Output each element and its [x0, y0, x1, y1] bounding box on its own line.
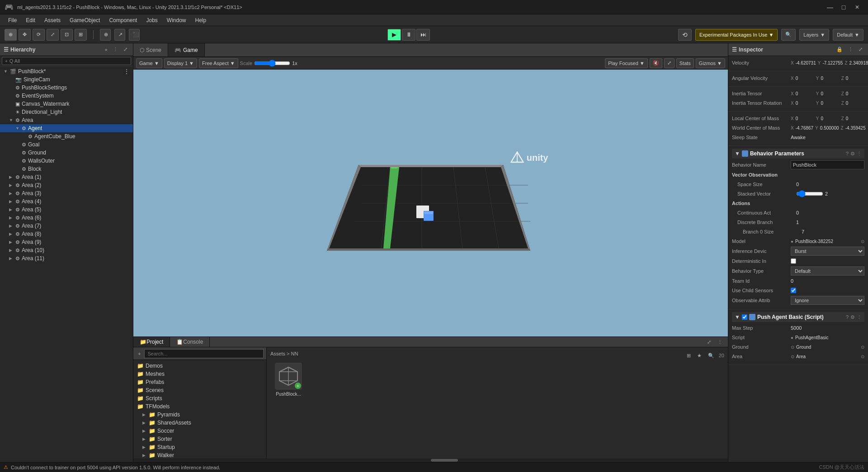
play-button[interactable]: ▶ — [387, 29, 401, 41]
display-dropdown[interactable]: Display 1 ▼ — [164, 58, 197, 68]
use-child-sensors-checkbox[interactable] — [791, 288, 796, 293]
hierarchy-item-area11[interactable]: ▶ ⚙ Area (11) — [0, 254, 133, 262]
default-layout-dropdown[interactable]: Default ▼ — [833, 29, 863, 41]
hierarchy-item-menu[interactable]: ⋮ — [124, 68, 129, 75]
hierarchy-item-pushblocksettings[interactable]: ⚙ PushBlockSettings — [0, 84, 133, 92]
scale-slider[interactable] — [254, 60, 290, 67]
folder-startup[interactable]: ▶ 📁 Startup — [133, 443, 266, 451]
move-tool[interactable]: ✥ — [19, 29, 31, 41]
model-target-button[interactable]: ⊙ — [861, 239, 864, 244]
folder-scripts[interactable]: 📁 Scripts — [133, 394, 266, 402]
layers-dropdown[interactable]: Layers ▼ — [799, 29, 829, 41]
pivot-toggle[interactable]: ⊕ — [100, 29, 111, 41]
close-button[interactable]: ✕ — [851, 3, 863, 12]
hierarchy-item-goal[interactable]: ⚙ Goal — [0, 140, 133, 149]
hierarchy-item-agent[interactable]: ▼ ⚙ Agent — [0, 124, 133, 132]
bottom-maximize-button[interactable]: ⤢ — [705, 339, 713, 346]
hierarchy-add-button[interactable]: + — [103, 47, 109, 53]
hierarchy-item-canvas[interactable]: ▣ Canvas_Watermark — [0, 100, 133, 108]
push-agent-enable-checkbox[interactable] — [742, 314, 747, 320]
assets-icons[interactable]: ⊞ — [685, 352, 693, 359]
folder-meshes[interactable]: 📁 Meshes — [133, 370, 266, 378]
behavior-params-header[interactable]: ▼ Behavior Parameters ? ⚙ ⋮ — [732, 149, 864, 159]
step-button[interactable]: ⏭ — [416, 29, 430, 41]
inspector-maximize[interactable]: ⤢ — [857, 46, 864, 53]
menu-item-file[interactable]: File — [4, 14, 21, 26]
rect-tool[interactable]: ⊡ — [61, 29, 73, 41]
behavior-type-select[interactable]: Default HeuristicOnly InferenceOnly — [791, 266, 864, 276]
folder-demos[interactable]: 📁 Demos — [133, 362, 266, 370]
assets-star[interactable]: ★ — [695, 352, 703, 359]
folder-soccer[interactable]: ▶ 📁 Soccer — [133, 427, 266, 435]
tab-game[interactable]: 🎮 Game — [168, 43, 205, 56]
inspector-menu-button[interactable]: ⋮ — [846, 46, 855, 53]
mute-button[interactable]: 🔇 — [650, 58, 662, 68]
hierarchy-item-area8[interactable]: ▶ ⚙ Area (8) — [0, 230, 133, 238]
hierarchy-item-wallsouter[interactable]: ⚙ WallsOuter — [0, 157, 133, 165]
asset-pushblock[interactable]: + PushBlock... — [270, 363, 307, 397]
scale-tool[interactable]: ⤢ — [47, 29, 59, 41]
hierarchy-item-agentcubeblue[interactable]: ⚙ AgentCube_Blue — [0, 132, 133, 140]
maximize-button[interactable]: □ — [837, 3, 850, 12]
push-agent-help[interactable]: ? — [846, 314, 849, 320]
menu-item-window[interactable]: Window — [162, 14, 191, 26]
search-button[interactable]: 🔍 — [781, 29, 796, 41]
gizmos-dropdown[interactable]: Gizmos ▼ — [696, 58, 725, 68]
hierarchy-item-area3[interactable]: ▶ ⚙ Area (3) — [0, 189, 133, 197]
folder-pyramids[interactable]: ▶ 📁 Pyramids — [133, 411, 266, 419]
hierarchy-item-area4[interactable]: ▶ ⚙ Area (4) — [0, 197, 133, 206]
assets-search[interactable]: 🔍 — [706, 352, 716, 359]
tab-scene[interactable]: ⬡ Scene — [133, 43, 168, 56]
behavior-params-settings[interactable]: ⚙ — [850, 151, 855, 157]
transform-tool[interactable]: ⊞ — [75, 29, 87, 41]
hierarchy-item-block[interactable]: ⚙ Block — [0, 165, 133, 173]
behavior-params-menu[interactable]: ⋮ — [857, 151, 862, 157]
inference-device-select[interactable]: Burst CPU GPU — [791, 247, 864, 256]
hierarchy-item-ground[interactable]: ⚙ Ground — [0, 149, 133, 157]
behavior-name-input[interactable] — [791, 160, 864, 169]
folder-sorter[interactable]: ▶ 📁 Sorter — [133, 435, 266, 443]
experimental-packages-button[interactable]: Experimental Packages In Use ▼ — [695, 29, 778, 41]
menu-item-component[interactable]: Component — [104, 14, 142, 26]
push-agent-settings[interactable]: ⚙ — [850, 314, 855, 320]
hierarchy-item-area5[interactable]: ▶ ⚙ Area (5) — [0, 206, 133, 214]
minimize-button[interactable]: — — [824, 3, 836, 12]
folder-tfmodels[interactable]: 📁 TFModels — [133, 402, 266, 411]
global-toggle[interactable]: ↗ — [114, 29, 125, 41]
push-agent-menu[interactable]: ⋮ — [857, 314, 862, 320]
hierarchy-menu-button[interactable]: ⋮ — [111, 46, 120, 53]
aspect-dropdown[interactable]: Free Aspect ▼ — [199, 58, 238, 68]
hierarchy-maximize-button[interactable]: ⤢ — [122, 46, 129, 53]
hierarchy-item-pushblock[interactable]: ▼ 🎬 PushBlock* ⋮ — [0, 67, 133, 75]
stats-button[interactable]: Stats — [676, 58, 694, 68]
inspector-lock-button[interactable]: 🔒 — [835, 46, 844, 53]
observable-attrib-select[interactable]: Ignore ExcludeInherited ExamineAll — [791, 296, 864, 305]
project-search-input[interactable] — [144, 349, 264, 358]
menu-item-jobs[interactable]: Jobs — [142, 14, 162, 26]
hierarchy-item-area[interactable]: ▼ ⚙ Area — [0, 116, 133, 124]
menu-item-assets[interactable]: Assets — [40, 14, 65, 26]
project-add-button[interactable]: + — [136, 350, 142, 357]
behavior-params-help[interactable]: ? — [846, 151, 849, 156]
menu-item-edit[interactable]: Edit — [21, 14, 40, 26]
folder-prefabs[interactable]: 📁 Prefabs — [133, 378, 266, 386]
play-focused-dropdown[interactable]: Play Focused ▼ — [605, 58, 648, 68]
hand-tool[interactable]: ⊕ — [5, 29, 17, 41]
hierarchy-item-area9[interactable]: ▶ ⚙ Area (9) — [0, 238, 133, 246]
tab-project[interactable]: 📁 Project — [133, 337, 170, 347]
tab-console[interactable]: 📋 Console — [170, 337, 210, 347]
maximize-toggle[interactable]: ⤢ — [664, 58, 675, 68]
pause-button[interactable]: ⏸ — [402, 29, 415, 41]
push-agent-basic-header[interactable]: ▼ Push Agent Basic (Script) ? ⚙ ⋮ — [732, 312, 864, 322]
rotate-tool[interactable]: ⟳ — [33, 29, 45, 41]
snap-toggle[interactable]: ⬛ — [129, 29, 140, 41]
folder-sharedassets[interactable]: ▶ 📁 SharedAssets — [133, 419, 266, 427]
menu-item-help[interactable]: Help — [191, 14, 211, 26]
hierarchy-item-eventsystem[interactable]: ⚙ EventSystem — [0, 92, 133, 100]
bottom-menu-button[interactable]: ⋮ — [716, 339, 724, 346]
hierarchy-item-singlecam[interactable]: 📷 SingleCam — [0, 75, 133, 84]
menu-item-gameobject[interactable]: GameObject — [65, 14, 104, 26]
hierarchy-item-area2[interactable]: ▶ ⚙ Area (2) — [0, 181, 133, 189]
hierarchy-item-area6[interactable]: ▶ ⚙ Area (6) — [0, 214, 133, 222]
hierarchy-item-area10[interactable]: ▶ ⚙ Area (10) — [0, 246, 133, 254]
